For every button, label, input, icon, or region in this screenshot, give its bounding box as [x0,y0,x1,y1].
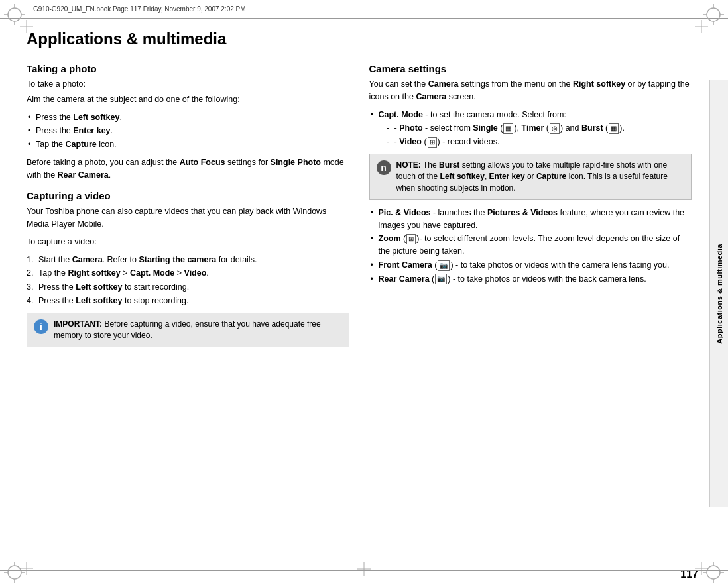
step-3: 3.Press the Left softkey to start record… [27,281,349,294]
header-bar: G910-G920_UM_EN.book Page 117 Friday, No… [0,0,728,19]
important-text: IMPORTANT: Before capturing a video, ens… [54,319,342,342]
taking-photo-bullets: Press the Left softkey. Press the Enter … [27,111,349,151]
svg-point-0 [8,8,21,21]
bullet-enter-key: Press the Enter key. [27,125,349,137]
pic-videos-bullet: Pic. & Videos - launches the Pictures & … [369,207,692,232]
photo-sub: - Photo - select from Single (▦), Timer … [385,122,692,134]
video-sub: - Video (⊞) - record videos. [385,136,692,148]
zoom-bullet: Zoom (⊞)- to select different zoom level… [369,233,692,258]
svg-point-5 [707,8,720,21]
bottom-rule [0,570,728,571]
camera-settings-intro: You can set the Camera settings from the… [369,78,692,103]
step-4: 4.Press the Left softkey to stop recordi… [27,295,349,307]
step-2: 2.Tap the Right softkey > Capt. Mode > V… [27,267,349,280]
capture-steps: 1.Start the Camera. Refer to Starting th… [27,254,349,307]
sidebar-tab: Applications & multimedia [709,80,728,507]
columns: Taking a photo To take a photo: Aim the … [27,63,692,567]
camera-settings-bullets: Capt. Mode - to set the camera mode. Sel… [369,109,692,148]
auto-focus-text: Before taking a photo, you can adjust th… [27,156,349,182]
note-text: NOTE: The Burst setting allows you to ta… [396,160,685,194]
capturing-video-intro: Your Toshiba phone can also capture vide… [27,205,349,231]
capturing-video-heading: Capturing a video [27,190,349,201]
svg-point-10 [8,566,21,579]
note-box: n NOTE: The Burst setting allows you to … [369,154,692,200]
taking-photo-heading: Taking a photo [27,63,349,74]
bullet-capture-icon: Tap the Capture icon. [27,138,349,151]
info-icon: i [34,319,48,334]
important-box: i IMPORTANT: Before capturing a video, e… [27,313,349,348]
front-camera-bullet: Front Camera (📷) - to take photos or vid… [369,259,692,272]
main-content: Applications & multimedia Taking a photo… [27,23,692,567]
rear-camera-bullet: Rear Camera (📷) - to take photos or vide… [369,273,692,286]
taking-photo-intro: To take a photo: Aim the camera at the s… [27,78,349,106]
camera-settings-heading: Camera settings [369,63,692,74]
top-rule [0,19,728,19]
bullet-left-softkey: Press the Left softkey. [27,111,349,124]
right-column: Camera settings You can set the Camera s… [369,63,692,567]
step-1: 1.Start the Camera. Refer to Starting th… [27,254,349,266]
section-camera-settings: Camera settings You can set the Camera s… [369,63,692,285]
svg-point-15 [707,566,720,579]
page-title: Applications & multimedia [27,30,692,48]
header-text: G910-G920_UM_EN.book Page 117 Friday, No… [33,5,246,13]
section-capturing-video: Capturing a video Your Toshiba phone can… [27,190,349,347]
sidebar-label: Applications & multimedia [715,244,723,344]
crosshair-tr [695,20,708,33]
capture-steps-intro: To capture a video: [27,236,349,248]
capt-mode-sub: - Photo - select from Single (▦), Timer … [385,122,692,148]
note-icon: n [377,160,391,175]
left-column: Taking a photo To take a photo: Aim the … [27,63,349,567]
camera-settings-bullets2: Pic. & Videos - launches the Pictures & … [369,207,692,286]
capt-mode-bullet: Capt. Mode - to set the camera mode. Sel… [369,109,692,148]
section-taking-photo: Taking a photo To take a photo: Aim the … [27,63,349,181]
